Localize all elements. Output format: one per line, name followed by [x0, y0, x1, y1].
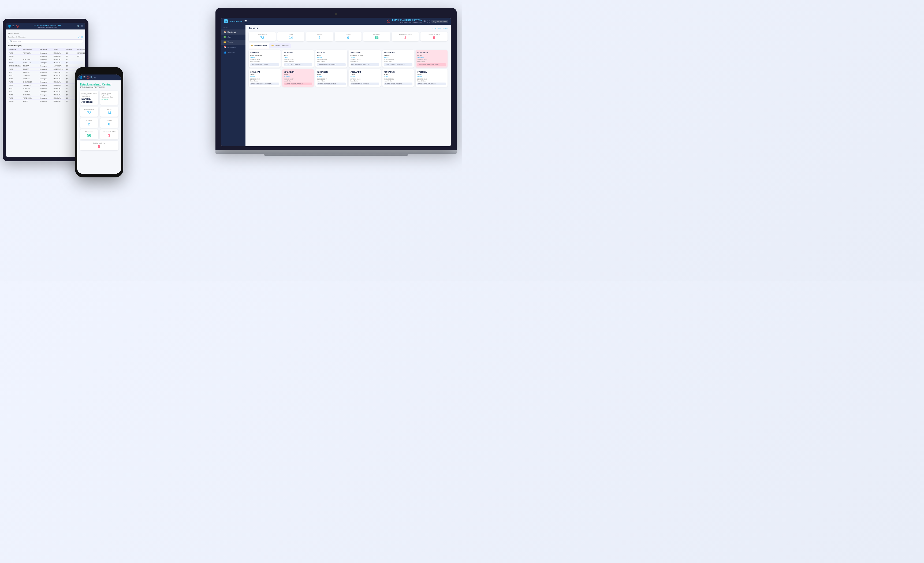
tablet-table-body: AUTO RENAULT... Sin asignar MENSUAL $0 0…	[8, 51, 83, 103]
hamburger-icon[interactable]: ☰	[244, 20, 247, 23]
sesiones-icon: 👥	[224, 51, 226, 54]
tablet-table-row[interactable]: AUTO CITROEN... Sin asignar MENSUAL $0	[8, 90, 83, 93]
no-parking-icon: 🚫	[387, 20, 390, 23]
tablet-table-row[interactable]: AUTO TOYOTA E... Sin asignar MENSUAL $0	[8, 58, 83, 61]
ticket-card[interactable]: #242AEZR AUTO xHora 21/05/23 16:44 hace …	[315, 69, 347, 87]
tablet-filter-bar[interactable]: 🔍 Filter Table	[8, 39, 83, 43]
sidebar: MENU 🏠 Dashboard 💵 Caja 🎫 Tickets 📅	[221, 25, 246, 146]
sidebar-item-tickets[interactable]: 🎫 Tickets	[221, 40, 246, 45]
stat-xestadia: xEstadía 2	[306, 32, 333, 41]
tablet-table-row[interactable]: AUTO CHEVROLET Sin asignar MENSUAL $0	[8, 80, 83, 84]
stat-xturno: xTurno 0	[335, 32, 362, 41]
tablet-table-row[interactable]: AUTO FORD FOC... Sin asignar MENSUAL $0	[8, 87, 83, 90]
ticket-card[interactable]: #827AFAG PICKUP xHora 21/05/23 18:44 hac…	[382, 50, 414, 68]
phone-info-section: Cajero actual – Inicio de sesión 30/05 1…	[80, 91, 118, 105]
tablet-table-row[interactable]: CAMIONETA SUV TOYOTA Sin asignar AUTORIZ…	[8, 64, 83, 68]
main-content: Tickets TicketControl › Tickets Estacion…	[246, 25, 451, 146]
tablet-table-row[interactable]: AUTO FORD ECO... Sin asignar MENSUAL $0	[8, 96, 83, 100]
stats-row: Estacionados 72 xHora 14 xEstadía 2 xT	[246, 31, 451, 44]
header-expand-icon[interactable]: ⛶	[427, 20, 430, 23]
app-layout: MENU 🏠 Dashboard 💵 Caja 🎫 Tickets 📅	[221, 25, 451, 146]
phone-last-ticket-id: #JYR765	[102, 98, 117, 100]
tablet-table-row[interactable]: MOTO Sin asignar MENSUAL $0 OV.	[8, 55, 83, 58]
sidebar-item-mensuales[interactable]: 📅 Mensuales	[221, 45, 246, 50]
tab-tickets-cerrados[interactable]: 🎫 Tickets Cerrados	[269, 44, 291, 48]
phone-stat-mensuales: Mensuales 56	[80, 129, 98, 139]
phone-stat-xturno: xTurno 0	[100, 118, 118, 128]
phone-grid-icon[interactable]: ⊞	[94, 76, 96, 79]
phone-last-ticket-type: Camioneta SUV	[102, 96, 117, 98]
tablet-table-row[interactable]: MOTO HONDA KR... Sin asignar MENSUAL $0	[8, 61, 83, 64]
tablet-breadcrumb: TicketControl > Mensuales	[8, 36, 26, 38]
hamburger-icon[interactable]: ☰	[12, 25, 15, 28]
ticket-card[interactable]: #AAI1474 AUTO xHora 21/05/23 17:57 hace …	[249, 69, 280, 87]
grid-icon[interactable]: ⊞	[81, 25, 83, 28]
phone-park-addr: JERONIMO SALGUERO 2922	[80, 86, 118, 88]
mensuales-icon: 📅	[224, 46, 226, 48]
tablet-table-row[interactable]: AUTO PEUGEOT... Sin asignar MENSUAL $0	[8, 84, 83, 87]
header-user[interactable]: diego@email.com	[432, 20, 448, 23]
tab-tickets-abiertos[interactable]: 🎫 Tickets Abiertos	[249, 44, 269, 48]
laptop-base	[216, 150, 457, 154]
sidebar-item-sesiones[interactable]: 👥 Sesiones	[221, 50, 246, 55]
phone-stat-xhora: xHora 14	[100, 107, 118, 117]
ticket-card[interactable]: #242AEZR AUTO xEstadía 21/05/23 16:47 ha…	[282, 69, 314, 87]
filter-input[interactable]: Filter Table	[14, 41, 81, 42]
dashboard-icon: 🏠	[224, 31, 226, 33]
tickets-grid: #JYR765 CAMIONETA SUV xHora 30/05/23 15:…	[246, 50, 451, 90]
tablet-table-row[interactable]: AUTO RENAULT... Sin asignar MENSUAL $0	[8, 74, 83, 77]
filter-search-icon: 🔍	[10, 40, 12, 42]
laptop-device: TC TicketControl ☰ 🚫 ESTACIONAMIENTO CEN…	[216, 8, 457, 156]
main-title: Tickets	[249, 27, 258, 30]
tablet-page-title: Mensuales	[8, 31, 83, 36]
phone-hamburger-icon[interactable]: ☰	[83, 76, 86, 79]
tablet-content: Mensuales TicketControl > Mensuales ↺ ⊕ …	[6, 30, 85, 157]
stat-entradas: Entradas ult. 24 hs 3	[392, 32, 419, 41]
app-logo: TC TicketControl	[224, 19, 242, 23]
tablet-table-row[interactable]: AUTO RENAULT... Sin asignar MENSUAL $0 0…	[8, 51, 83, 55]
header-center: 🚫 ESTACIONAMIENTO CENTRAL JERONIMO SALGU…	[249, 19, 448, 24]
phone-stat-estacionados: Estacionados 72	[80, 107, 98, 117]
phone-cashier-label: Cajero actual – Inicio de sesión 30/05 1…	[81, 92, 97, 97]
phone-last-ticket-card: Último Ticket Ingresado Camioneta SUV #J…	[100, 91, 118, 105]
ticket-card[interactable]: #331AFDZ AUTO xHora 21/05/23 13:26 hace …	[349, 69, 381, 87]
stat-xhora: xHora 14	[278, 32, 304, 41]
tab-ticket-open-icon: 🎫	[251, 45, 253, 47]
ticket-card[interactable]: #AA33DF AUTO xHora 30/05/23 15:05 hace 9…	[282, 50, 314, 68]
tablet-header: 🌐 ☰ 🚫 ESTACIONAMIENTO CENTRAL JERONIMO S…	[6, 23, 85, 30]
ticket-card[interactable]: #4120IM AUTO xHora 22/05/23 09:01 hace 8…	[315, 50, 347, 68]
stat-estacionados: Estacionados 72	[249, 32, 276, 41]
tablet-table-row[interactable]: MOTO WINCO Sin asignar MENSUAL $0	[8, 100, 83, 103]
tablet-table-row[interactable]: AUTO TOYOTA Sin asignar ALTERNATI... $0	[8, 68, 83, 71]
tablet-table-row[interactable]: AUTO FORD KA Sin asignar MENSUAL $0	[8, 77, 83, 80]
phone-header: 🌐 ☰ 🚫 🔍 ⊞	[77, 75, 121, 80]
stat-salidas: Salidas ult. 24 hs 5	[420, 32, 447, 41]
ticket-card[interactable]: #377AEIN CAMIONETA SUV xHora 22/05/23 08…	[349, 50, 381, 68]
no-parking-icon: 🚫	[16, 25, 19, 28]
sidebar-item-caja[interactable]: 💵 Caja	[221, 35, 246, 40]
ticket-card[interactable]: #056AFNG AUTO xHora 20/05/23 20:31 hace …	[382, 69, 414, 87]
sidebar-item-dashboard[interactable]: 🏠 Dashboard	[221, 30, 246, 35]
app-logo-icon: TC	[224, 19, 228, 23]
stat-mensuales: Mensuales 56	[363, 32, 390, 41]
tab-ticket-closed-icon: 🎫	[272, 45, 274, 47]
tablet-table-row[interactable]: AUTO CHEVROL... Sin asignar MENSUAL $0	[8, 93, 83, 96]
tablet-table-row[interactable]: AUTO ETIOS GO... Sin asignar ESPECIAL...…	[8, 71, 83, 74]
laptop-foot	[264, 154, 408, 156]
breadcrumb: TicketControl › Tickets	[432, 28, 447, 29]
main-header: Tickets TicketControl › Tickets	[246, 25, 451, 31]
add-icon[interactable]: ⊕	[81, 36, 83, 38]
header-grid-icon[interactable]: ⊞	[423, 20, 426, 23]
ticket-card[interactable]: #LAC5619 AUTO xEstadía 21/05/23 18:37 ha…	[416, 50, 447, 68]
ticket-card[interactable]: #JYR765 CAMIONETA SUV xHora 30/05/23 15:…	[249, 50, 280, 68]
phone-stat-xestadia: xEstadía 2	[80, 118, 98, 128]
ticket-card[interactable]: #765HSW AUTO xHora 20/05/23 13:13 hace 1…	[416, 69, 447, 87]
tabs-row: 🎫 Tickets Abiertos 🎫 Tickets Cerrados	[246, 44, 451, 50]
refresh-icon[interactable]: ↺	[78, 36, 80, 38]
laptop-screen: TC TicketControl ☰ 🚫 ESTACIONAMIENTO CEN…	[221, 18, 451, 146]
phone-search-icon[interactable]: 🔍	[90, 76, 93, 79]
sidebar-menu-label: MENU	[221, 27, 246, 30]
laptop-body: TC TicketControl ☰ 🚫 ESTACIONAMIENTO CEN…	[216, 8, 457, 150]
tablet-screen: 🌐 ☰ 🚫 ESTACIONAMIENTO CENTRAL JERONIMO S…	[6, 23, 85, 157]
search-icon[interactable]: 🔍	[77, 25, 80, 28]
